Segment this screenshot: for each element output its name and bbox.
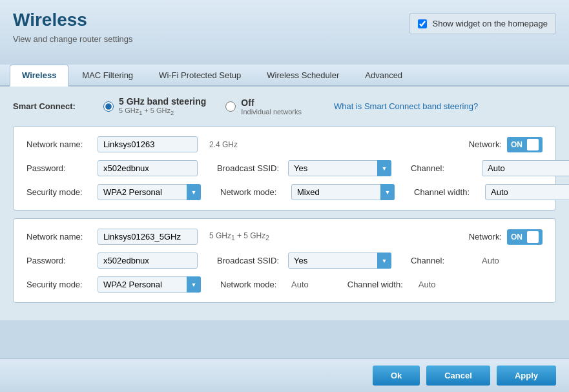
network-24-netmode-wrapper: Mixed Wireless-B Only Wireless-G Only Wi… (291, 184, 395, 200)
network-24ghz-section: Network name: 2.4 GHz Network: ON Passwo… (13, 126, 556, 211)
smart-connect-link[interactable]: What is Smart Connect band steering? (334, 101, 478, 111)
smart-connect-off-label: Off (241, 98, 302, 108)
smart-connect-off-sub: Individual networks (241, 108, 302, 116)
tab-wireless[interactable]: Wireless (10, 65, 68, 87)
widget-checkbox-area: Show widget on the homepage (409, 13, 556, 34)
header: Wireless View and change router settings… (0, 0, 569, 65)
network-5-channel-value: Auto (482, 256, 499, 265)
network-24-broadcast-label: Broadcast SSID: (217, 163, 282, 173)
network-24-toggle-state: ON (511, 140, 525, 149)
network-5-name-input[interactable] (98, 229, 198, 245)
network-5-security-wrapper: WPA2 Personal WPA Personal WEP None (98, 276, 201, 293)
network-24-channel-label: Channel: (411, 163, 475, 173)
network-5-broadcast-label: Broadcast SSID: (217, 256, 282, 265)
network-5-chanwidth-label: Channel width: (347, 280, 412, 289)
network-5-freq: 5 GHz1 + 5 GHz2 (209, 231, 269, 242)
ok-button[interactable]: Ok (373, 366, 420, 386)
network-5-password-row: Password: Broadcast SSID: Yes No Channel… (26, 253, 543, 269)
widget-label[interactable]: Show widget on the homepage (432, 19, 548, 28)
tab-advanced[interactable]: Advanced (353, 65, 415, 85)
tabs-bar: Wireless MAC Filtering Wi-Fi Protected S… (0, 65, 569, 87)
network-5-name-label: Network name: (26, 232, 91, 242)
smart-connect-5ghz-label: 5 GHz band steering (119, 96, 206, 107)
network-24-toggle-handle (527, 139, 539, 150)
network-24-password-input[interactable] (98, 160, 198, 176)
network-5-channel-label: Channel: (411, 256, 475, 265)
network-24-chanwidth-select[interactable]: Auto 20 MHz 40 MHz (485, 184, 569, 200)
network-5-password-label: Password: (26, 256, 91, 265)
network-24-netmode-label: Network mode: (220, 187, 285, 197)
network-5-netmode-value: Auto (291, 280, 309, 289)
network-5-netmode-label: Network mode: (220, 280, 285, 289)
tab-wireless-scheduler[interactable]: Wireless Scheduler (254, 65, 351, 85)
smart-connect-5ghz-sub: 5 GHz1 + 5 GHz2 (119, 107, 206, 116)
smart-connect-off-radio[interactable] (225, 101, 236, 112)
network-24-toggle-area: Network: ON (469, 137, 543, 152)
smart-connect-5ghz-option[interactable]: 5 GHz band steering 5 GHz1 + 5 GHz2 (103, 96, 206, 116)
network-5-broadcast-wrapper: Yes No (288, 253, 391, 269)
network-5-security-select[interactable]: WPA2 Personal WPA Personal WEP None (98, 276, 201, 293)
network-5-security-label: Security mode: (26, 280, 91, 289)
smart-connect-5ghz-radio[interactable] (103, 101, 114, 112)
footer: Ok Cancel Apply (0, 358, 569, 392)
network-5-network-label: Network: (469, 232, 502, 242)
network-24-chanwidth-wrapper: Auto 20 MHz 40 MHz (485, 184, 569, 200)
network-24-security-row: Security mode: WPA2 Personal WPA Persona… (26, 184, 543, 200)
network-24-security-select[interactable]: WPA2 Personal WPA Personal WEP None (98, 184, 201, 200)
network-5-toggle-area: Network: ON (469, 229, 543, 245)
network-5-toggle-handle (527, 231, 539, 243)
network-24-broadcast-select[interactable]: Yes No (288, 160, 391, 176)
network-24-name-row: Network name: 2.4 GHz Network: ON (26, 136, 543, 152)
apply-button[interactable]: Apply (497, 366, 556, 386)
page-subtitle: View and change router settings (13, 34, 133, 44)
network-5-broadcast-select[interactable]: Yes No (288, 253, 391, 269)
network-5ghz-section: Network name: 5 GHz1 + 5 GHz2 Network: O… (13, 218, 556, 303)
network-24-chanwidth-label: Channel width: (414, 187, 479, 197)
network-5-password-input[interactable] (98, 253, 198, 269)
network-5-security-row: Security mode: WPA2 Personal WPA Persona… (26, 276, 543, 293)
smart-connect-row: Smart Connect: 5 GHz band steering 5 GHz… (13, 96, 556, 116)
network-24-netmode-select[interactable]: Mixed Wireless-B Only Wireless-G Only Wi… (291, 184, 395, 200)
smart-connect-label: Smart Connect: (13, 101, 84, 111)
cancel-button[interactable]: Cancel (426, 366, 490, 386)
network-24-channel-wrapper: Auto (482, 160, 569, 176)
network-24-freq: 2.4 GHz (209, 140, 238, 149)
widget-checkbox[interactable] (418, 19, 427, 28)
network-24-broadcast-wrapper: Yes No (288, 160, 391, 176)
network-5-toggle-state: ON (511, 232, 525, 242)
network-24-password-label: Password: (26, 163, 91, 173)
network-24-network-label: Network: (469, 139, 502, 149)
network-5-toggle[interactable]: ON (507, 229, 543, 245)
network-24-password-row: Password: Broadcast SSID: Yes No Channel… (26, 160, 543, 176)
network-5-chanwidth-value: Auto (419, 280, 436, 289)
network-24-security-wrapper: WPA2 Personal WPA Personal WEP None (98, 184, 201, 200)
tab-wifi-protected-setup[interactable]: Wi-Fi Protected Setup (147, 65, 253, 85)
network-24-name-input[interactable] (98, 136, 198, 152)
tab-mac-filtering[interactable]: MAC Filtering (70, 65, 145, 85)
network-24-security-label: Security mode: (26, 187, 91, 197)
smart-connect-off-option[interactable]: Off Individual networks (225, 98, 302, 116)
network-5-name-row: Network name: 5 GHz1 + 5 GHz2 Network: O… (26, 229, 543, 245)
network-24-name-label: Network name: (26, 139, 91, 149)
main-content: Smart Connect: 5 GHz band steering 5 GHz… (0, 87, 569, 320)
page-title: Wireless (13, 10, 133, 30)
header-left: Wireless View and change router settings (13, 10, 133, 44)
network-24-channel-select[interactable]: Auto (482, 160, 569, 176)
network-24-toggle[interactable]: ON (507, 137, 543, 152)
